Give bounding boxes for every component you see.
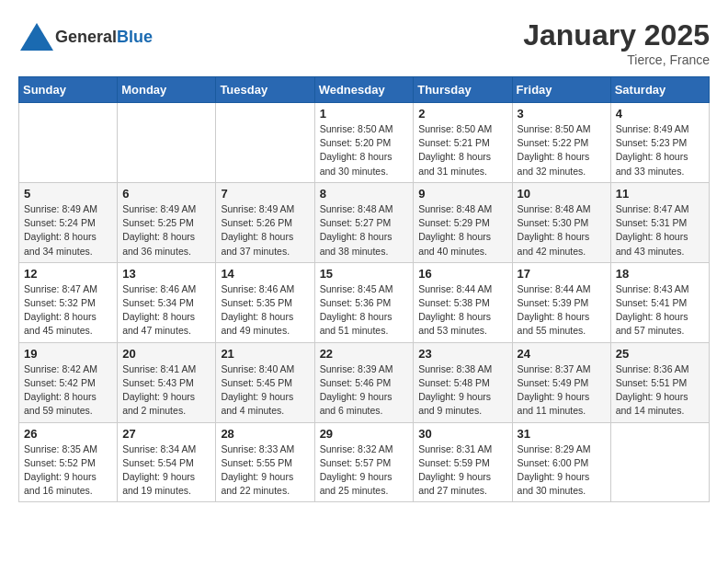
calendar-cell: 31Sunrise: 8:29 AM Sunset: 6:00 PM Dayli… — [512, 422, 610, 502]
calendar-cell: 8Sunrise: 8:48 AM Sunset: 5:27 PM Daylig… — [314, 182, 414, 262]
day-info: Sunrise: 8:42 AM Sunset: 5:42 PM Dayligh… — [24, 362, 112, 419]
day-info: Sunrise: 8:39 AM Sunset: 5:46 PM Dayligh… — [320, 362, 409, 419]
day-number: 6 — [122, 187, 210, 201]
day-number: 13 — [122, 267, 210, 281]
day-number: 16 — [418, 267, 506, 281]
calendar-cell: 10Sunrise: 8:48 AM Sunset: 5:30 PM Dayli… — [512, 182, 610, 262]
day-info: Sunrise: 8:45 AM Sunset: 5:36 PM Dayligh… — [320, 282, 409, 339]
calendar-cell: 15Sunrise: 8:45 AM Sunset: 5:36 PM Dayli… — [314, 262, 414, 342]
title-block: January 2025 Tierce, France — [523, 18, 710, 67]
day-info: Sunrise: 8:35 AM Sunset: 5:52 PM Dayligh… — [24, 442, 112, 499]
day-info: Sunrise: 8:48 AM Sunset: 5:27 PM Dayligh… — [320, 202, 409, 259]
weekday-header: Wednesday — [314, 77, 414, 103]
calendar-cell: 3Sunrise: 8:50 AM Sunset: 5:22 PM Daylig… — [512, 103, 610, 183]
day-number: 18 — [616, 267, 704, 281]
day-number: 21 — [221, 347, 309, 361]
day-number: 23 — [418, 347, 506, 361]
logo-icon — [18, 18, 55, 55]
day-info: Sunrise: 8:32 AM Sunset: 5:57 PM Dayligh… — [320, 442, 409, 499]
day-number: 15 — [320, 267, 409, 281]
day-info: Sunrise: 8:36 AM Sunset: 5:51 PM Dayligh… — [616, 362, 704, 419]
day-info: Sunrise: 8:50 AM Sunset: 5:22 PM Dayligh… — [518, 122, 606, 178]
day-number: 20 — [122, 347, 210, 361]
day-number: 24 — [518, 347, 606, 361]
calendar-cell: 26Sunrise: 8:35 AM Sunset: 5:52 PM Dayli… — [19, 422, 118, 502]
day-number: 29 — [320, 427, 409, 441]
calendar-cell: 6Sunrise: 8:49 AM Sunset: 5:25 PM Daylig… — [118, 182, 216, 262]
day-info: Sunrise: 8:47 AM Sunset: 5:31 PM Dayligh… — [616, 202, 704, 259]
day-info: Sunrise: 8:46 AM Sunset: 5:34 PM Dayligh… — [122, 282, 210, 339]
day-info: Sunrise: 8:33 AM Sunset: 5:55 PM Dayligh… — [221, 442, 309, 499]
svg-marker-0 — [20, 23, 53, 51]
calendar-cell: 28Sunrise: 8:33 AM Sunset: 5:55 PM Dayli… — [216, 422, 314, 502]
weekday-header: Saturday — [610, 77, 709, 103]
calendar-cell: 17Sunrise: 8:44 AM Sunset: 5:39 PM Dayli… — [512, 262, 610, 342]
day-number: 4 — [616, 107, 704, 121]
day-info: Sunrise: 8:49 AM Sunset: 5:23 PM Dayligh… — [616, 122, 704, 178]
calendar-cell: 11Sunrise: 8:47 AM Sunset: 5:31 PM Dayli… — [610, 182, 709, 262]
day-info: Sunrise: 8:34 AM Sunset: 5:54 PM Dayligh… — [122, 442, 210, 499]
day-info: Sunrise: 8:44 AM Sunset: 5:39 PM Dayligh… — [518, 282, 606, 339]
day-number: 17 — [518, 267, 606, 281]
calendar-cell — [19, 103, 118, 183]
day-info: Sunrise: 8:49 AM Sunset: 5:24 PM Dayligh… — [24, 202, 112, 259]
day-number: 3 — [518, 107, 606, 121]
day-number: 19 — [24, 347, 112, 361]
day-number: 25 — [616, 347, 704, 361]
day-number: 26 — [24, 427, 112, 441]
day-number: 5 — [24, 187, 112, 201]
day-info: Sunrise: 8:48 AM Sunset: 5:30 PM Dayligh… — [518, 202, 606, 259]
month-title: January 2025 — [523, 18, 710, 52]
calendar-cell: 23Sunrise: 8:38 AM Sunset: 5:48 PM Dayli… — [414, 342, 512, 422]
day-number: 30 — [418, 427, 506, 441]
calendar-cell — [118, 103, 216, 183]
calendar-cell: 4Sunrise: 8:49 AM Sunset: 5:23 PM Daylig… — [610, 103, 709, 183]
calendar-cell: 30Sunrise: 8:31 AM Sunset: 5:59 PM Dayli… — [414, 422, 512, 502]
page-header: General Blue January 2025 Tierce, France — [18, 18, 710, 67]
day-info: Sunrise: 8:31 AM Sunset: 5:59 PM Dayligh… — [418, 442, 506, 499]
day-number: 28 — [221, 427, 309, 441]
calendar-cell: 16Sunrise: 8:44 AM Sunset: 5:38 PM Dayli… — [414, 262, 512, 342]
calendar-cell: 22Sunrise: 8:39 AM Sunset: 5:46 PM Dayli… — [314, 342, 414, 422]
calendar-cell: 7Sunrise: 8:49 AM Sunset: 5:26 PM Daylig… — [216, 182, 314, 262]
calendar-cell: 1Sunrise: 8:50 AM Sunset: 5:20 PM Daylig… — [314, 103, 414, 183]
calendar-table: SundayMondayTuesdayWednesdayThursdayFrid… — [18, 76, 710, 502]
calendar-cell: 2Sunrise: 8:50 AM Sunset: 5:21 PM Daylig… — [414, 103, 512, 183]
calendar-cell — [610, 422, 709, 502]
logo-general: General — [55, 28, 117, 47]
day-info: Sunrise: 8:37 AM Sunset: 5:49 PM Dayligh… — [518, 362, 606, 419]
calendar-cell: 12Sunrise: 8:47 AM Sunset: 5:32 PM Dayli… — [19, 262, 118, 342]
day-number: 1 — [320, 107, 409, 121]
weekday-header: Friday — [512, 77, 610, 103]
calendar-cell: 20Sunrise: 8:41 AM Sunset: 5:43 PM Dayli… — [118, 342, 216, 422]
calendar-cell: 14Sunrise: 8:46 AM Sunset: 5:35 PM Dayli… — [216, 262, 314, 342]
day-info: Sunrise: 8:50 AM Sunset: 5:20 PM Dayligh… — [320, 122, 409, 178]
day-number: 22 — [320, 347, 409, 361]
calendar-cell: 21Sunrise: 8:40 AM Sunset: 5:45 PM Dayli… — [216, 342, 314, 422]
location: Tierce, France — [523, 52, 710, 67]
day-info: Sunrise: 8:46 AM Sunset: 5:35 PM Dayligh… — [221, 282, 309, 339]
calendar-cell: 19Sunrise: 8:42 AM Sunset: 5:42 PM Dayli… — [19, 342, 118, 422]
day-number: 27 — [122, 427, 210, 441]
calendar-cell: 29Sunrise: 8:32 AM Sunset: 5:57 PM Dayli… — [314, 422, 414, 502]
weekday-header: Thursday — [414, 77, 512, 103]
calendar-cell: 13Sunrise: 8:46 AM Sunset: 5:34 PM Dayli… — [118, 262, 216, 342]
day-info: Sunrise: 8:48 AM Sunset: 5:29 PM Dayligh… — [418, 202, 506, 259]
day-info: Sunrise: 8:41 AM Sunset: 5:43 PM Dayligh… — [122, 362, 210, 419]
calendar-cell: 5Sunrise: 8:49 AM Sunset: 5:24 PM Daylig… — [19, 182, 118, 262]
calendar-cell — [216, 103, 314, 183]
day-number: 7 — [221, 187, 309, 201]
calendar-cell: 27Sunrise: 8:34 AM Sunset: 5:54 PM Dayli… — [118, 422, 216, 502]
calendar-cell: 18Sunrise: 8:43 AM Sunset: 5:41 PM Dayli… — [610, 262, 709, 342]
day-number: 2 — [418, 107, 506, 121]
day-number: 10 — [518, 187, 606, 201]
day-number: 9 — [418, 187, 506, 201]
logo-blue: Blue — [117, 28, 153, 47]
weekday-header: Monday — [118, 77, 216, 103]
day-info: Sunrise: 8:49 AM Sunset: 5:25 PM Dayligh… — [122, 202, 210, 259]
day-number: 12 — [24, 267, 112, 281]
day-info: Sunrise: 8:49 AM Sunset: 5:26 PM Dayligh… — [221, 202, 309, 259]
day-info: Sunrise: 8:43 AM Sunset: 5:41 PM Dayligh… — [616, 282, 704, 339]
day-number: 14 — [221, 267, 309, 281]
calendar-cell: 25Sunrise: 8:36 AM Sunset: 5:51 PM Dayli… — [610, 342, 709, 422]
